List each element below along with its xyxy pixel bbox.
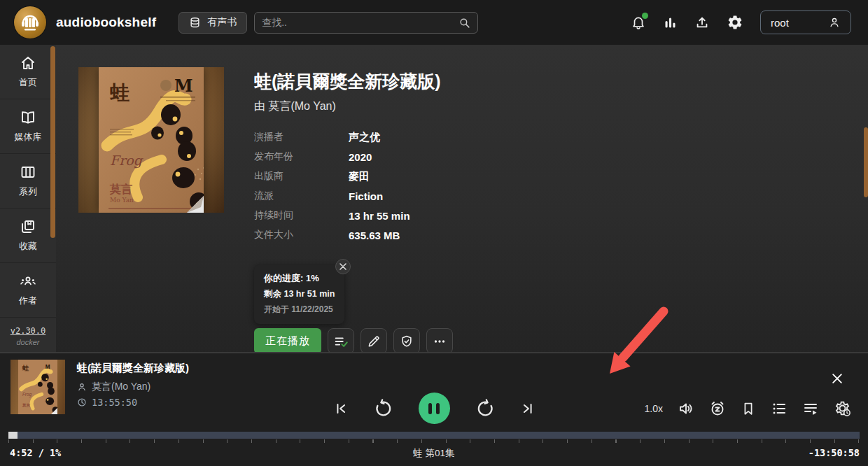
- playlist-check-icon: [333, 334, 349, 349]
- audiobookshelf-logo-icon[interactable]: [14, 6, 46, 38]
- audio-player-bar: 蛙 M Frog 莫言 蛙(諾貝爾獎全新珍藏版) 莫言(Mo Yan) 13:5…: [0, 353, 868, 466]
- queue-button[interactable]: [802, 400, 819, 417]
- player-track-title[interactable]: 蛙(諾貝爾獎全新珍藏版): [77, 362, 189, 375]
- skip-previous-icon: [333, 401, 349, 416]
- playback-speed-button[interactable]: 1.0x: [645, 403, 663, 414]
- people-group-icon: [19, 273, 37, 290]
- current-chapter-label[interactable]: 蛙 第01集: [0, 447, 868, 460]
- progress-card: 你的进度: 1% 剩余 13 hr 51 min 开始于 11/22/2025: [254, 264, 344, 324]
- progress-card-close-button[interactable]: [335, 259, 351, 274]
- collections-icon: [20, 218, 36, 235]
- sidebar-label: 媒体库: [15, 131, 42, 143]
- search-box[interactable]: [254, 12, 478, 34]
- sidebar-item-authors[interactable]: 作者: [0, 263, 56, 318]
- sidebar-label: 首页: [19, 76, 37, 89]
- jump-backward-button[interactable]: [374, 399, 393, 418]
- notification-dot: [642, 13, 648, 19]
- cover-english-title: Frog: [110, 153, 144, 169]
- progress-remaining-text: 剩余 13 hr 51 min: [264, 288, 335, 300]
- seek-bar[interactable]: [8, 432, 860, 439]
- pause-button[interactable]: [419, 393, 450, 424]
- forward-arrow-icon: [475, 399, 495, 418]
- gear-clock-icon: [834, 400, 851, 417]
- sidebar-label: 收藏: [19, 240, 37, 253]
- next-chapter-button[interactable]: [520, 401, 536, 416]
- table-row: 持续时间 13 hr 55 min: [254, 206, 410, 225]
- sleep-timer-icon: [709, 400, 726, 417]
- progress-started-text: 开始于 11/22/2025: [264, 304, 335, 316]
- search-input[interactable]: [262, 17, 458, 28]
- book-cover[interactable]: 蛙 M Frog 莫言 Mo Yan: [78, 67, 224, 213]
- player-time-row: 4:52 / 1% 蛙 第01集 -13:50:58: [0, 445, 868, 460]
- sidebar-item-library[interactable]: 媒体库: [0, 99, 56, 154]
- table-row: 文件大小 635.63 MB: [254, 225, 410, 245]
- author-link[interactable]: 莫言(Mo Yan): [268, 100, 335, 112]
- seek-progress[interactable]: [8, 432, 18, 439]
- settings-button[interactable]: [727, 14, 743, 31]
- playlist-add-button[interactable]: [328, 328, 354, 354]
- sidebar-item-home[interactable]: 首页: [0, 45, 56, 99]
- jump-forward-button[interactable]: [475, 399, 495, 418]
- platform-label: docker: [0, 338, 56, 346]
- notifications-button[interactable]: [631, 15, 646, 30]
- person-icon: [77, 382, 87, 392]
- more-button[interactable]: [426, 328, 453, 354]
- table-row: 演播者 声之优: [254, 127, 410, 147]
- cover-author-cn: 莫言: [109, 183, 132, 196]
- volume-button[interactable]: [678, 400, 694, 417]
- player-author-row: 莫言(Mo Yan): [77, 381, 150, 393]
- edit-button[interactable]: [360, 328, 387, 354]
- pencil-icon: [367, 334, 381, 348]
- page-scrollbar[interactable]: [864, 127, 868, 197]
- book-cover-art: 蛙 M Frog 莫言 Mo Yan: [99, 67, 204, 213]
- manage-button[interactable]: [393, 328, 420, 354]
- player-right-controls: 1.0x: [645, 400, 851, 417]
- previous-chapter-button[interactable]: [333, 401, 349, 416]
- author-prefix: 由: [254, 100, 265, 112]
- stats-button[interactable]: [663, 15, 678, 30]
- list-icon: [771, 400, 788, 417]
- rewind-arrow-icon: [374, 399, 393, 418]
- sidebar-item-collections[interactable]: 收藏: [0, 209, 56, 263]
- book-author-line: 由 莫言(Mo Yan): [254, 99, 336, 114]
- open-book-icon: [19, 109, 37, 126]
- person-icon: [828, 16, 841, 29]
- chapters-button[interactable]: [771, 400, 788, 417]
- appbar-actions: root: [631, 10, 868, 34]
- app-title: audiobookshelf: [56, 15, 156, 30]
- playing-button[interactable]: 正在播放: [254, 328, 321, 354]
- user-account-button[interactable]: root: [760, 10, 851, 34]
- sidebar-item-series[interactable]: 系列: [0, 154, 56, 209]
- version-link[interactable]: v2.30.0: [0, 326, 56, 336]
- bookmark-button[interactable]: [741, 401, 756, 416]
- bar-chart-icon: [663, 15, 678, 30]
- sleep-timer-button[interactable]: [709, 400, 726, 417]
- pause-icon: [428, 403, 432, 414]
- sidebar-scrollbar[interactable]: [50, 46, 55, 238]
- cover-publisher-mark: M: [174, 76, 193, 96]
- columns-icon: [20, 164, 36, 181]
- metadata-table: 演播者 声之优 发布年份 2020 出版商 麥田 流派 Fiction 持续时间…: [254, 127, 410, 245]
- home-icon: [20, 55, 36, 71]
- sidebar-label: 作者: [19, 295, 37, 307]
- svg-text:蛙: 蛙: [22, 365, 29, 372]
- player-close-button[interactable]: [830, 372, 844, 386]
- progress-percent-text: 你的进度: 1%: [264, 272, 335, 285]
- book-actions: 正在播放: [254, 328, 453, 354]
- sidebar-label: 系列: [19, 185, 37, 198]
- player-author[interactable]: 莫言(Mo Yan): [92, 381, 150, 393]
- close-icon: [830, 372, 844, 386]
- app-bar: audiobookshelf 有声书: [0, 0, 868, 45]
- cover-title-char: 蛙: [109, 81, 130, 104]
- gear-icon: [727, 14, 743, 31]
- library-selector-button[interactable]: 有声书: [178, 12, 247, 34]
- upload-button[interactable]: [694, 15, 710, 30]
- sidebar: 首页 媒体库 系列 收藏 作者 v2.: [0, 45, 56, 353]
- database-icon: [189, 17, 201, 29]
- svg-text:M: M: [46, 364, 50, 370]
- player-settings-button[interactable]: [834, 400, 851, 417]
- search-icon[interactable]: [458, 17, 470, 29]
- table-row: 流派 Fiction: [254, 186, 410, 206]
- speaker-icon: [678, 400, 694, 417]
- page-title: 蛙(諾貝爾獎全新珍藏版): [254, 70, 441, 93]
